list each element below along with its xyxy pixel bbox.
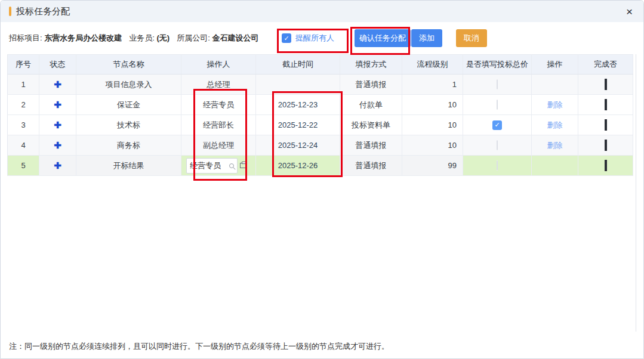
company-value: 金石建设公司 [212, 33, 258, 42]
delete-link[interactable]: 删除 [547, 100, 563, 109]
cell-node-name: 保证金 [76, 95, 181, 115]
header-action: 操作 [532, 55, 578, 75]
plus-icon[interactable]: ✚ [54, 160, 61, 171]
cell-flow-level: 99 [402, 156, 463, 176]
cell-flow-level: 10 [402, 135, 463, 156]
cell-fill-method: 普通填报 [340, 75, 402, 95]
fill-total-price-checkbox[interactable] [497, 160, 498, 171]
header-fill-total-price: 是否填写投标总价 [463, 55, 532, 75]
table-row: 2 ✚ 保证金 经营专员 2025-12-23 付款单 10 删除 [8, 95, 633, 115]
cell-seq: 2 [8, 95, 39, 115]
cell-action [532, 156, 578, 176]
add-button[interactable]: 添加 [411, 29, 442, 47]
footer-note: 注：同一级别的节点必须连续排列，且可以同时进行。下一级别的节点必须等待上一级别的… [1, 332, 643, 358]
dialog-titlebar: 投标任务分配 × [1, 1, 643, 22]
company-info: 所属公司: 金石建设公司 [177, 33, 258, 44]
cell-deadline: 2025-12-22 [256, 115, 340, 135]
company-label: 所属公司: [177, 33, 210, 42]
task-table-container: 序号 状态 节点名称 操作人 截止时间 填报方式 流程级别 是否填写投标总价 操… [7, 54, 636, 333]
cell-operator: 经营部长 [181, 115, 256, 135]
done-checkbox[interactable] [605, 119, 607, 131]
table-row: 3 ✚ 技术标 经营部长 2025-12-22 投标资料单 10 ✓ 删除 [8, 115, 633, 135]
cell-fill-method: 普通填报 [340, 156, 402, 176]
confirm-assignment-button[interactable]: 确认任务分配 [355, 29, 411, 47]
cell-flow-level: 1 [402, 75, 463, 95]
search-icon[interactable] [229, 163, 234, 168]
cell-fill-method: 普通填报 [340, 135, 402, 156]
cell-operator: 经营专员 [181, 95, 256, 115]
cell-seq: 1 [8, 75, 39, 95]
table-row: 4 ✚ 商务标 副总经理 2025-12-24 普通填报 10 删除 [8, 135, 633, 156]
plus-icon[interactable]: ✚ [54, 100, 61, 110]
delete-link[interactable]: 删除 [547, 120, 563, 129]
operator-search-input[interactable]: 经营专员 [186, 158, 238, 174]
operator-input-value: 经营专员 [190, 160, 221, 171]
table-row-highlighted: 5 ✚ 开标结果 经营专员 2025-12-26 普通填报 99 [8, 156, 633, 176]
remind-all-label: 提醒所有人 [295, 33, 334, 44]
cell-operator: 总经理 [181, 75, 256, 95]
cell-seq: 4 [8, 135, 39, 156]
cell-seq: 5 [8, 156, 39, 176]
cell-deadline: 2025-12-26 [256, 156, 340, 176]
header-seq: 序号 [8, 55, 39, 75]
project-value: 东营水务局办公楼改建 [44, 33, 122, 42]
dialog-title: 投标任务分配 [16, 6, 70, 17]
header-fill-method: 填报方式 [340, 55, 402, 75]
remind-all-checkbox-group[interactable]: ✓ 提醒所有人 [282, 22, 334, 54]
done-checkbox[interactable] [605, 79, 607, 90]
project-label: 招标项目: [9, 33, 42, 42]
cell-seq: 3 [8, 115, 39, 135]
salesman-info: 业务员: (无) [129, 33, 170, 44]
done-checkbox[interactable] [605, 160, 607, 171]
salesman-label: 业务员: [129, 33, 155, 42]
cell-fill-method: 投标资料单 [340, 115, 402, 135]
header-done: 完成否 [578, 55, 633, 75]
close-icon[interactable]: × [626, 6, 633, 17]
cell-operator: 副总经理 [181, 135, 256, 156]
header-node-name: 节点名称 [76, 55, 181, 75]
header-flow-level: 流程级别 [402, 55, 463, 75]
toolbar: 招标项目: 东营水务局办公楼改建 业务员: (无) 所属公司: 金石建设公司 ✓… [1, 22, 643, 54]
cell-fill-method: 付款单 [340, 95, 402, 115]
plus-icon[interactable]: ✚ [54, 140, 61, 150]
cell-node-name: 开标结果 [76, 156, 181, 176]
plus-icon[interactable]: ✚ [54, 120, 61, 130]
header-status: 状态 [39, 55, 76, 75]
fill-total-price-checkbox[interactable] [497, 79, 498, 89]
header-operator: 操作人 [181, 55, 256, 75]
remind-all-checkbox-checked[interactable]: ✓ [282, 33, 291, 43]
operator-edit-cell: 经营专员 [181, 158, 255, 174]
task-assignment-dialog: { "dialog": { "title": "投标任务分配", "close"… [0, 0, 644, 359]
plus-icon[interactable]: ✚ [54, 79, 61, 89]
cell-node-name: 项目信息录入 [76, 75, 181, 95]
cell-node-name: 商务标 [76, 135, 181, 156]
check-icon: ✓ [494, 122, 500, 128]
cell-deadline [256, 75, 340, 95]
cell-node-name: 技术标 [76, 115, 181, 135]
done-checkbox[interactable] [605, 140, 607, 151]
header-deadline: 截止时间 [256, 55, 340, 75]
project-info: 招标项目: 东营水务局办公楼改建 [9, 33, 122, 44]
select-person-icon[interactable] [240, 163, 247, 168]
cell-deadline: 2025-12-24 [256, 135, 340, 156]
check-icon: ✓ [284, 35, 289, 42]
fill-total-price-checkbox[interactable] [497, 140, 498, 150]
fill-total-price-checkbox-checked[interactable]: ✓ [492, 120, 502, 130]
cancel-button[interactable]: 取消 [456, 29, 487, 47]
table-header-row: 序号 状态 节点名称 操作人 截止时间 填报方式 流程级别 是否填写投标总价 操… [8, 55, 633, 75]
cell-flow-level: 10 [402, 115, 463, 135]
title-accent-bar [9, 7, 11, 16]
task-table: 序号 状态 节点名称 操作人 截止时间 填报方式 流程级别 是否填写投标总价 操… [7, 54, 633, 176]
salesman-value: (无) [157, 33, 170, 42]
cell-action [532, 75, 578, 95]
cell-flow-level: 10 [402, 95, 463, 115]
cell-deadline: 2025-12-23 [256, 95, 340, 115]
done-checkbox[interactable] [605, 99, 607, 110]
fill-total-price-checkbox[interactable] [497, 100, 498, 110]
table-row: 1 ✚ 项目信息录入 总经理 普通填报 1 [8, 75, 633, 95]
delete-link[interactable]: 删除 [547, 141, 563, 150]
